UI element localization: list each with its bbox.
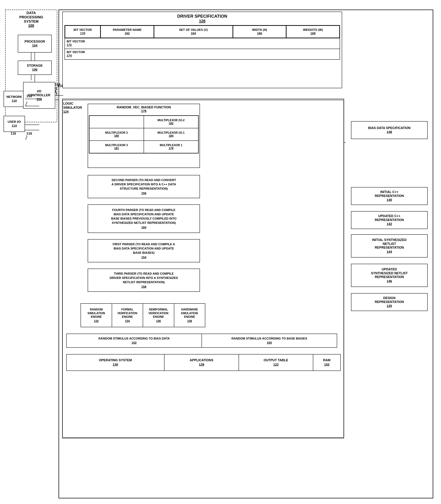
- mux1-box: MULTIPLEXOR 1 178: [144, 141, 198, 153]
- os-box: OPERATING SYSTEM 130: [67, 354, 164, 371]
- user-io-box: USER I/O 114: [3, 116, 25, 132]
- rand-vec-container: RANDOM_VEC_BIASED FUNCTION 176 MULTIPLEX…: [88, 104, 200, 168]
- third-parser-box: THIRD PARSER (TO READ AND COMPILEDRIVER …: [88, 268, 200, 292]
- rand-stim-container: RANDOM STIMULUS ACCORDING TO BIAS DATA 1…: [66, 334, 337, 348]
- processor-box: PROCESSOR 104: [18, 35, 52, 53]
- apps-box: APPLICATIONS 128: [164, 354, 239, 371]
- io-controller-box: I/OCONTROLLER 108: [23, 82, 55, 109]
- svg-text:118: 118: [55, 83, 60, 86]
- bias-data-spec-box: BIAS DATA SPECIFICATION 148: [351, 121, 428, 139]
- formal-ver-box: FORMALVERIFICATIONENGINE 134: [112, 304, 143, 327]
- semiformal-box: SEMIFORMALVERIFICATIONENGINE 136: [143, 304, 174, 327]
- initial-synth-box: INITIAL SYNTHESIZEDNETLISTREPRESENTATION…: [351, 234, 428, 257]
- network-box: NETWORK 110: [3, 91, 25, 107]
- mux-v2-cell: [89, 116, 144, 128]
- svg-text:116: 116: [26, 131, 32, 135]
- driver-spec-container: DRIVER SPECIFICATION 126 BIT VECTOR 170 …: [62, 12, 342, 88]
- rand-stim-bias-box: RANDOM STIMULUS ACCORDING TO BIAS DATA 1…: [67, 334, 202, 347]
- mux2-box: MULTIPLEXOR 2 180: [89, 128, 144, 141]
- mux3-box: MULTIPLEXOR 3 181: [89, 141, 144, 153]
- svg-text:118: 118: [57, 84, 63, 88]
- storage-box: STORAGE 106: [18, 61, 52, 75]
- ram-box: RAM 102: [313, 354, 340, 371]
- bv172-row: BIT VECTOR 172: [64, 38, 340, 49]
- updated-synth-box: UPDATEDSYNTHESIZED NETLISTREPRESENTATION…: [351, 264, 428, 287]
- bottom-row: OPERATING SYSTEM 130 APPLICATIONS 128 OU…: [66, 354, 341, 371]
- fourth-parser-box: FOURTH PARSER (TO READ AND COMPILEBIAS D…: [88, 205, 200, 233]
- mux-v2-box: MULTIPLEXOR |V|-2 182: [144, 116, 198, 128]
- hw-emul-box: HARDWAREEMULATIONENGINE 138: [174, 304, 205, 327]
- second-parser-box: SECOND PARSER (TO READ AND CONVERTA DRIV…: [88, 175, 200, 198]
- dps-title: DATAPROCESSINGSYSTEM 100: [6, 11, 56, 28]
- driver-spec-header: BIT VECTOR 170 PARAMETER NAME 162 SET OF…: [64, 25, 340, 38]
- driver-spec-title: DRIVER SPECIFICATION 126: [63, 12, 342, 23]
- rand-stim-base-box: RANDOM STIMULUS ACCORDING TO BASE BIASES…: [202, 334, 337, 347]
- mux-v1-box: MULTIPLEXOR |V|-1 184: [144, 128, 198, 141]
- initial-cpp-box: INITIAL C++REPRESENTATION 140: [351, 187, 428, 205]
- output-table-box: OUTPUT TABLE 122: [239, 354, 313, 371]
- svg-text:116: 116: [11, 132, 16, 135]
- updated-cpp-box: UPDATED C++REPRESENTATION 142: [351, 211, 428, 229]
- logic-sim-container: RANDOM_VEC_BIASED FUNCTION 176 MULTIPLEX…: [62, 100, 344, 438]
- mux-grid: MULTIPLEXOR |V|-2 182 MULTIPLEXOR 2 180 …: [89, 115, 199, 154]
- first-parser-box: FIRST PARSER (TO READ AND COMPILE ABIAS …: [88, 239, 200, 262]
- rand-vec-title: RANDOM_VEC_BIASED FUNCTION 176: [88, 104, 200, 114]
- bv174-row: BIT VECTOR 174: [64, 49, 340, 60]
- design-rep-box: DESIGNREPRESENTATION 120: [351, 293, 428, 311]
- engines-container: RANDOMSIMULATIONENGINE 132 FORMALVERIFIC…: [80, 303, 205, 327]
- rand-sim-box: RANDOMSIMULATIONENGINE 132: [81, 304, 112, 327]
